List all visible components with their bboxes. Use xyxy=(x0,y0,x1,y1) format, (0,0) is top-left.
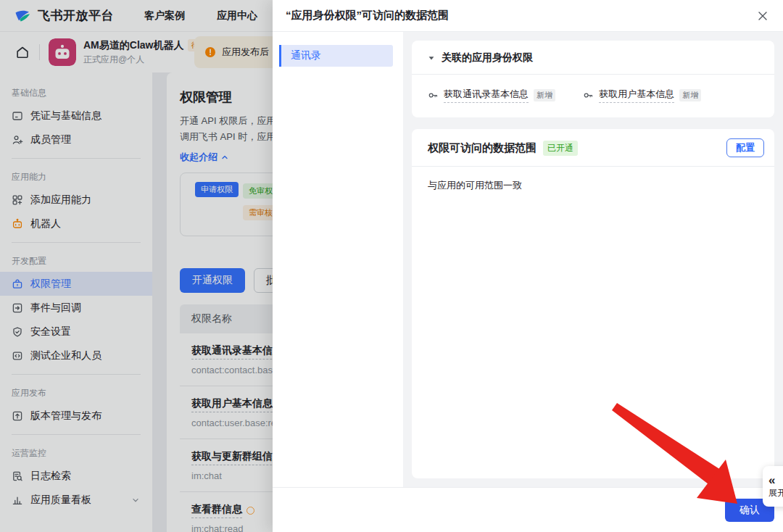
close-button[interactable] xyxy=(757,10,768,22)
drawer-header: “应用身份权限”可访问的数据范围 xyxy=(273,0,783,32)
drawer-title: “应用身份权限”可访问的数据范围 xyxy=(286,9,449,22)
key-icon xyxy=(583,90,594,101)
linked-permission-name[interactable]: 获取通讯录基本信息 xyxy=(444,88,529,103)
caret-down-icon xyxy=(428,54,435,62)
linked-permissions-list: 获取通讯录基本信息 新增 获取用户基本信息 新增 xyxy=(412,75,774,117)
data-scope-card: 权限可访问的数据范围 已开通 配置 与应用的可用范围一致 xyxy=(412,129,774,478)
expand-widget[interactable]: « 展开 xyxy=(763,466,783,507)
data-scope-body: 与应用的可用范围一致 xyxy=(412,167,774,204)
tab-contacts[interactable]: 通讯录 xyxy=(279,45,393,67)
double-chevron-left-icon: « xyxy=(768,474,775,486)
drawer-footer: 确认 xyxy=(273,487,783,532)
linked-permissions-title: 关联的应用身份权限 xyxy=(442,51,533,65)
screen: 飞书开放平台 客户案例 应用中心 开发文档 xyxy=(0,0,783,532)
enabled-badge: 已开通 xyxy=(543,141,578,156)
new-badge: 新增 xyxy=(679,89,701,101)
linked-permission-item: 获取用户基本信息 新增 xyxy=(583,88,738,103)
drawer-content: 关联的应用身份权限 获取通讯录基本信息 新增 xyxy=(403,32,783,487)
data-scope-header: 权限可访问的数据范围 已开通 配置 xyxy=(412,129,774,167)
drawer-tabs: 通讯录 xyxy=(273,32,403,487)
config-button[interactable]: 配置 xyxy=(726,138,764,157)
expand-label: 展开 xyxy=(768,487,783,499)
linked-permissions-header[interactable]: 关联的应用身份权限 xyxy=(412,41,774,75)
linked-permission-name[interactable]: 获取用户基本信息 xyxy=(599,88,674,103)
drawer-body: 通讯录 关联的应用身份权限 获取 xyxy=(273,32,783,487)
linked-permissions-card: 关联的应用身份权限 获取通讯录基本信息 新增 xyxy=(412,41,774,117)
data-scope-title: 权限可访问的数据范围 xyxy=(428,141,536,155)
key-icon xyxy=(428,90,439,101)
data-scope-drawer: “应用身份权限”可访问的数据范围 通讯录 关联的应用身份权限 xyxy=(273,0,783,532)
linked-permission-item: 获取通讯录基本信息 新增 xyxy=(428,88,583,103)
new-badge: 新增 xyxy=(534,89,555,101)
